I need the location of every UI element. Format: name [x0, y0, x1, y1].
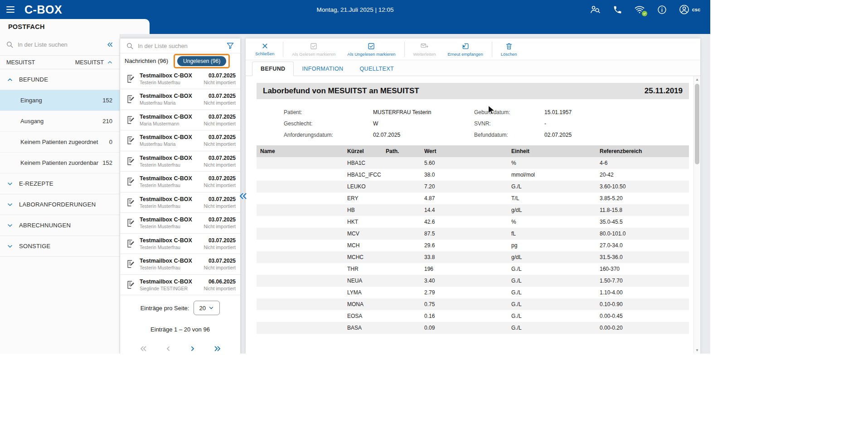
list-item[interactable]: Testmailbox C-BOX 03.07.2025 Musterfrau …	[120, 130, 240, 151]
sidebar-item-keinem-patienten-zugeordnet[interactable]: Keinem Patienten zugeordnet 0	[0, 132, 120, 153]
message-title: Testmailbox C-BOX	[140, 278, 192, 285]
sidebar-search-input[interactable]	[18, 41, 102, 48]
list-item[interactable]: Testmailbox C-BOX 06.06.2025 Sieglinde T…	[120, 275, 240, 296]
list-search-input[interactable]	[138, 43, 222, 49]
contact-search-icon[interactable]	[590, 4, 601, 15]
message-date: 03.07.2025	[209, 258, 236, 264]
note-pencil-icon	[126, 280, 136, 290]
menu-icon[interactable]	[6, 4, 18, 15]
note-pencil-icon	[126, 239, 136, 249]
sidebar-section-befunde[interactable]: BEFUNDE	[0, 69, 120, 90]
collapse-panel-icon[interactable]	[237, 190, 249, 202]
table-row: THR 196 G./L 160-370	[257, 263, 689, 275]
list-item[interactable]: Testmailbox C-BOX 03.07.2025 Testerin Mu…	[120, 213, 240, 234]
list-item[interactable]: Testmailbox C-BOX 03.07.2025 Testerin Mu…	[120, 192, 240, 213]
toolbar-separator	[283, 42, 283, 57]
last-page-icon[interactable]	[213, 344, 223, 354]
table-row: HB 14.4 g/dL 11.8-15.8	[257, 204, 689, 216]
list-item[interactable]: Testmailbox C-BOX 03.07.2025 Testerin Mu…	[120, 254, 240, 275]
table-header-row: Name Kürzel Path. Wert Einheit Referenzb…	[257, 145, 689, 157]
tab-quelltext[interactable]: QUELLTEXT	[351, 62, 402, 76]
sidebar-item-keinem-patienten-zuordenbar[interactable]: Keinem Patienten zuordenbar 152	[0, 153, 120, 173]
cell-name	[257, 169, 344, 181]
detail-scrollbar[interactable]: ▲ ▼	[693, 76, 700, 354]
info-icon[interactable]	[656, 4, 668, 15]
tab-nachrichten[interactable]: Nachrichten (96)	[125, 58, 168, 64]
scroll-up-icon[interactable]: ▲	[694, 76, 700, 83]
forward-button[interactable]: Weiterleiten	[407, 42, 442, 57]
message-sender: Maria Mustermann	[140, 121, 179, 126]
filter-icon[interactable]	[226, 41, 235, 50]
cell-wert: 5.60	[421, 157, 508, 169]
phone-icon[interactable]	[612, 4, 623, 15]
close-button[interactable]: Schließen	[249, 42, 280, 56]
cell-wert: 4.87	[421, 192, 508, 204]
mailbox-selector[interactable]: MESUITST MESUITST	[0, 56, 120, 69]
import-icon	[461, 42, 470, 50]
next-page-icon[interactable]	[188, 344, 197, 353]
sidebar-section-abrechnungen[interactable]: ABRECHNUNGEN	[0, 215, 120, 236]
list-tabs: Nachrichten (96) Ungelesen (96)	[120, 53, 240, 68]
detail-toolbar: Schließen Als Gelesen markieren Als Unge…	[246, 38, 700, 60]
checkbox-check-icon	[367, 42, 375, 50]
chevron-up-icon	[6, 76, 14, 83]
sidebar-item-eingang[interactable]: Eingang 152	[0, 90, 120, 111]
message-title: Testmailbox C-BOX	[140, 175, 192, 182]
chevron-up-icon[interactable]	[107, 59, 113, 66]
page-size-select[interactable]: 20	[194, 301, 220, 315]
message-sender: Testerin Musterfrau	[140, 203, 180, 209]
patient-info: Patient: MUSTERFRAU Testerin Geburtsdatu…	[284, 109, 689, 138]
previous-page-icon[interactable]	[164, 344, 173, 353]
list-item[interactable]: Testmailbox C-BOX 03.07.2025 Maria Muste…	[120, 110, 240, 131]
cell-referenzbereich: 35.0-45.5	[596, 216, 689, 228]
sidebar-section-laboranforderungen[interactable]: LABORANFORDERUNGEN	[0, 194, 120, 215]
delete-button[interactable]: Löschen	[495, 42, 523, 57]
list-item[interactable]: Testmailbox C-BOX 03.07.2025 Musterfrau …	[120, 89, 240, 110]
sidebar-item-ausgang[interactable]: Ausgang 210	[0, 111, 120, 132]
cell-einheit: G./L	[508, 310, 596, 322]
list-item[interactable]: Testmailbox C-BOX 03.07.2025 Testerin Mu…	[120, 151, 240, 172]
toolbar-separator	[492, 42, 492, 57]
tab-ungelesen[interactable]: Ungelesen (96)	[177, 56, 226, 66]
list-item[interactable]: Testmailbox C-BOX 03.07.2025 Testerin Mu…	[120, 172, 240, 192]
wifi-icon[interactable]	[634, 4, 645, 15]
section-label: SONSTIGE	[19, 243, 51, 250]
scroll-down-icon[interactable]: ▼	[694, 347, 700, 354]
message-title: Testmailbox C-BOX	[140, 72, 192, 79]
receive-again-button[interactable]: Erneut empfangen	[442, 42, 489, 57]
topbar: C-BOX Montag, 21.Juli 2025 | 12:05 csc	[0, 0, 710, 19]
patient-field-label: Befunddatum:	[474, 132, 544, 138]
cell-path	[382, 287, 421, 298]
message-status: Nicht importiert	[204, 203, 236, 209]
cell-name	[257, 216, 344, 228]
patient-field-value: 02.07.2025	[544, 132, 689, 138]
section-label: ABRECHNUNGEN	[19, 222, 71, 229]
list-item[interactable]: Testmailbox C-BOX 03.07.2025 Testerin Mu…	[120, 69, 240, 90]
message-title: Testmailbox C-BOX	[140, 216, 192, 223]
note-pencil-icon	[126, 135, 136, 145]
item-label: Eingang	[20, 97, 42, 104]
chevron-down-icon	[6, 201, 14, 208]
first-page-icon[interactable]	[138, 344, 148, 354]
collapse-sidebar-icon[interactable]	[106, 40, 114, 49]
message-date: 03.07.2025	[209, 175, 236, 182]
mark-read-button[interactable]: Als Gelesen markieren	[286, 42, 341, 57]
message-title: Testmailbox C-BOX	[140, 114, 192, 120]
sidebar-section-e-rezepte[interactable]: E-REZEPTE	[0, 173, 120, 194]
tab-befund[interactable]: BEFUND	[252, 62, 294, 76]
message-date: 03.07.2025	[209, 216, 236, 223]
cell-path	[382, 240, 421, 251]
list-item[interactable]: Testmailbox C-BOX 03.07.2025 Testerin Mu…	[120, 234, 240, 254]
table-row: HBA1C_IFCC 38.0 mmol/mol 20-42	[257, 169, 689, 181]
cell-einheit: g/dL	[508, 251, 596, 263]
cell-path	[382, 298, 421, 310]
user-menu[interactable]: csc	[679, 4, 700, 15]
table-row: HBA1C 5.60 % 4-6	[257, 157, 689, 169]
sidebar-section-sonstige[interactable]: SONSTIGE	[0, 236, 120, 257]
tab-information[interactable]: INFORMATION	[294, 62, 351, 76]
user-badge: csc	[692, 7, 700, 12]
tab-postfach[interactable]: POSTFACH	[0, 19, 150, 34]
mark-unread-button[interactable]: Als Ungelesen markieren	[341, 42, 401, 57]
tool-label: Schließen	[255, 51, 274, 56]
scrollbar-thumb[interactable]	[695, 84, 699, 164]
